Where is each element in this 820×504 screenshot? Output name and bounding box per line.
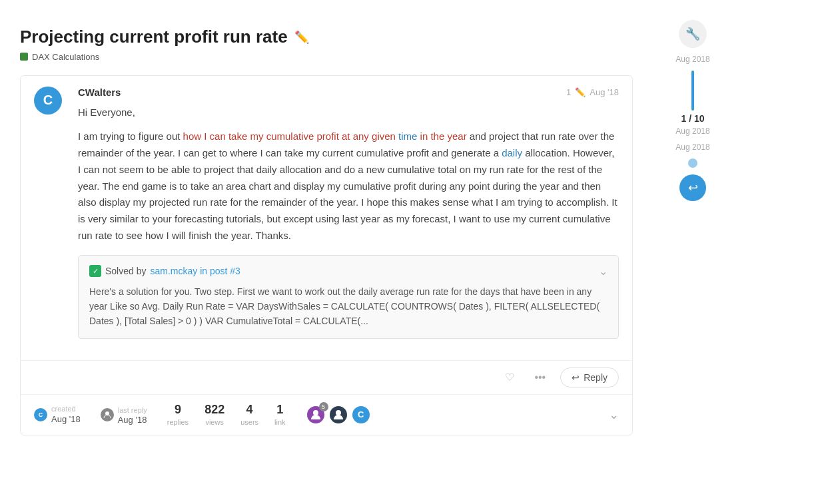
category-color-dot — [20, 53, 28, 61]
post-footer: C created Aug '18 last reply — [21, 394, 632, 435]
more-icon: ••• — [534, 372, 546, 383]
solved-link[interactable]: sam.mckay in post #3 — [150, 266, 240, 276]
views-label: views — [205, 418, 224, 426]
created-label: created — [51, 405, 81, 413]
svg-point-1 — [313, 410, 318, 415]
post-actions-bar: ♡ ••• ↩ Reply — [21, 360, 632, 394]
sidebar-progress-sub: Aug 2018 — [675, 126, 709, 136]
sidebar-reply-fab[interactable]: ↩ — [679, 174, 706, 201]
user-avatar-3: C — [351, 405, 371, 425]
post-date: Aug '18 — [590, 87, 619, 97]
solved-header: ✓ Solved by sam.mckay in post #3 ⌄ — [89, 265, 608, 278]
solved-label: ✓ Solved by sam.mckay in post #3 — [89, 265, 240, 277]
users-label: users — [240, 418, 258, 426]
link-count: 1 — [274, 403, 286, 417]
sidebar-progress-text: 1 / 10 — [681, 113, 704, 124]
post-greeting: Hi Everyone, — [78, 105, 619, 121]
sidebar-date-top: Aug 2018 — [675, 55, 709, 64]
solved-checkmark-icon: ✓ — [89, 265, 101, 277]
sidebar: 🔧 Aug 2018 1 / 10 Aug 2018 Aug 2018 ↩ — [653, 13, 733, 491]
avatar-letter: C — [43, 93, 53, 108]
solved-body-text: Here's a solution for you. Two step. Fir… — [89, 284, 608, 329]
sidebar-progress-bar — [691, 71, 694, 111]
post-footer-expand-button[interactable]: ⌄ — [609, 407, 619, 422]
solved-box: ✓ Solved by sam.mckay in post #3 ⌄ Here'… — [78, 255, 619, 339]
avatar: C — [34, 87, 62, 115]
reply-label: Reply — [584, 372, 608, 383]
last-reply-date: Aug '18 — [118, 415, 147, 425]
post-number: 1 — [566, 87, 571, 97]
like-button[interactable]: ♡ — [500, 368, 520, 386]
last-reply-avatar — [101, 408, 114, 421]
sidebar-date-bottom: Aug 2018 — [675, 142, 709, 152]
users-stat: 4 users — [240, 403, 258, 427]
replies-stat: 9 replies — [167, 403, 189, 427]
user-avatars-row: 5 C — [306, 405, 371, 425]
avatar-badge: 5 — [319, 402, 328, 411]
footer-created: C created Aug '18 — [34, 405, 81, 424]
footer-avatar: C — [34, 408, 47, 421]
post-author-line: CWalters 1 ✏️ Aug '18 — [78, 87, 619, 98]
last-reply-label: last reply — [118, 406, 147, 414]
post-body-wrapper: C CWalters 1 ✏️ Aug '18 — [21, 76, 632, 360]
views-count: 822 — [205, 403, 224, 417]
created-meta: created Aug '18 — [51, 405, 81, 424]
avatar-col: C — [34, 87, 67, 350]
sidebar-small-dot — [688, 158, 697, 168]
link-stat: 1 link — [274, 403, 286, 427]
svg-point-2 — [336, 410, 341, 415]
post-body-text: Hi Everyone, I am trying to figure out h… — [78, 105, 619, 244]
last-reply-meta: last reply Aug '18 — [101, 405, 147, 425]
views-stat: 822 views — [205, 403, 224, 427]
solved-by-text: Solved by — [105, 266, 146, 276]
replies-count: 9 — [167, 403, 189, 417]
reply-button[interactable]: ↩ Reply — [560, 368, 619, 387]
post-body-content: I am trying to figure out how I can take… — [78, 130, 617, 241]
user-avatar-1: 5 — [306, 405, 326, 425]
page-title-text: Projecting current profit run rate — [20, 27, 288, 47]
post-author-name[interactable]: CWalters — [78, 87, 121, 98]
post-card: C CWalters 1 ✏️ Aug '18 — [20, 75, 633, 435]
category-badge: DAX Calculations — [20, 52, 99, 62]
solved-body-content: Here's a solution for you. Two step. Fir… — [89, 286, 600, 327]
like-icon: ♡ — [505, 371, 514, 383]
edit-icon[interactable]: ✏️ — [294, 30, 309, 45]
sidebar-wrench-button[interactable]: 🔧 — [679, 20, 707, 48]
sidebar-progress: 1 / 10 Aug 2018 — [675, 71, 709, 136]
link-label: link — [274, 418, 286, 426]
replies-label: replies — [167, 418, 189, 426]
footer-stats: 9 replies 822 views 4 users 1 link — [167, 403, 286, 427]
more-button[interactable]: ••• — [529, 369, 551, 386]
reply-arrow-icon: ↩ — [572, 372, 580, 383]
post-date-area: 1 ✏️ Aug '18 — [566, 87, 619, 97]
user-avatar-2 — [328, 405, 348, 425]
category-label[interactable]: DAX Calculations — [32, 52, 99, 62]
page-title: Projecting current profit run rate ✏️ — [20, 27, 633, 47]
sidebar-progress-fill — [691, 71, 694, 111]
post-content: CWalters 1 ✏️ Aug '18 Hi Everyone, I am … — [78, 87, 619, 350]
sidebar-reply-icon: ↩ — [688, 180, 698, 195]
solved-collapse-icon[interactable]: ⌄ — [599, 265, 608, 278]
post-edit-icon: ✏️ — [575, 87, 586, 97]
users-count: 4 — [240, 403, 258, 417]
created-date: Aug '18 — [51, 414, 81, 424]
